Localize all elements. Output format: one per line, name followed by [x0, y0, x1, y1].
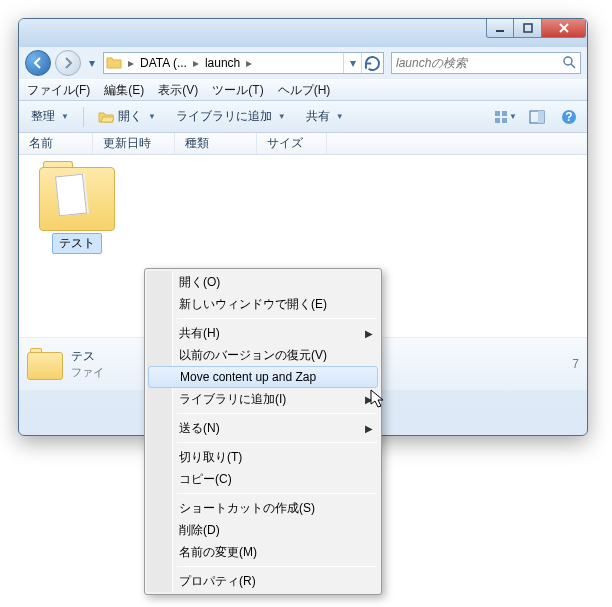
menu-help[interactable]: ヘルプ(H): [278, 82, 331, 99]
titlebar: [19, 19, 587, 47]
menu-tools[interactable]: ツール(T): [212, 82, 263, 99]
ctx-properties[interactable]: プロパティ(R): [147, 570, 379, 592]
svg-point-2: [564, 57, 572, 65]
col-type[interactable]: 種類: [175, 133, 257, 154]
svg-rect-6: [502, 118, 507, 123]
organize-button[interactable]: 整理▼: [25, 106, 75, 127]
address-bar[interactable]: ▸ DATA (... ▸ launch ▸ ▾: [103, 52, 384, 74]
svg-rect-3: [495, 111, 500, 116]
preview-pane-button[interactable]: [525, 105, 549, 129]
view-options-button[interactable]: ▼: [493, 105, 517, 129]
minimize-button[interactable]: [486, 19, 514, 38]
help-button[interactable]: ?: [557, 105, 581, 129]
svg-text:?: ?: [565, 110, 572, 124]
svg-rect-4: [502, 111, 507, 116]
chevron-right-icon: ▸: [244, 56, 254, 70]
back-button[interactable]: [25, 50, 51, 76]
menu-view[interactable]: 表示(V): [158, 82, 198, 99]
ctx-open[interactable]: 開く(O): [147, 271, 379, 293]
folder-icon: [27, 348, 63, 380]
menu-file[interactable]: ファイル(F): [27, 82, 90, 99]
ctx-shortcut[interactable]: ショートカットの作成(S): [147, 497, 379, 519]
details-title: テス: [71, 348, 104, 365]
details-date-trail: 7: [572, 357, 579, 371]
col-size[interactable]: サイズ: [257, 133, 327, 154]
ctx-copy[interactable]: コピー(C): [147, 468, 379, 490]
share-button[interactable]: 共有▼: [300, 106, 350, 127]
ctx-rename[interactable]: 名前の変更(M): [147, 541, 379, 563]
ctx-share[interactable]: 共有(H)▶: [147, 322, 379, 344]
details-subtitle: ファイ: [71, 365, 104, 380]
ctx-delete[interactable]: 削除(D): [147, 519, 379, 541]
svg-rect-8: [538, 111, 544, 123]
ctx-addlib[interactable]: ライブラリに追加(I)▶: [147, 388, 379, 410]
breadcrumb-seg-2[interactable]: launch: [201, 56, 244, 70]
search-icon: [562, 55, 576, 72]
open-button[interactable]: 開く▼: [92, 106, 162, 127]
breadcrumb-seg-1[interactable]: DATA (...: [136, 56, 191, 70]
breadcrumb-dropdown[interactable]: ▾: [343, 53, 361, 73]
svg-rect-0: [496, 30, 504, 32]
chevron-right-icon: ▶: [365, 423, 373, 434]
maximize-button[interactable]: [514, 19, 542, 38]
folder-item[interactable]: テスト: [29, 161, 125, 254]
folder-label: テスト: [52, 233, 102, 254]
nav-row: ▾ ▸ DATA (... ▸ launch ▸ ▾: [19, 47, 587, 79]
menu-edit[interactable]: 編集(E): [104, 82, 144, 99]
ctx-restore-prev[interactable]: 以前のバージョンの復元(V): [147, 344, 379, 366]
ctx-cut[interactable]: 切り取り(T): [147, 446, 379, 468]
context-menu: 開く(O) 新しいウィンドウで開く(E) 共有(H)▶ 以前のバージョンの復元(…: [144, 268, 382, 595]
folder-icon: [37, 161, 117, 233]
chevron-right-icon: ▶: [365, 328, 373, 339]
svg-rect-1: [524, 24, 532, 32]
addlib-button[interactable]: ライブラリに追加▼: [170, 106, 292, 127]
close-button[interactable]: [542, 19, 586, 38]
ctx-sendto[interactable]: 送る(N)▶: [147, 417, 379, 439]
search-input[interactable]: [396, 56, 562, 70]
ctx-move-zap[interactable]: Move content up and Zap: [148, 366, 378, 388]
ctx-new-window[interactable]: 新しいウィンドウで開く(E): [147, 293, 379, 315]
forward-button[interactable]: [55, 50, 81, 76]
nav-history-dropdown[interactable]: ▾: [85, 53, 99, 73]
cursor-icon: [370, 389, 386, 409]
toolbar: 整理▼ 開く▼ ライブラリに追加▼ 共有▼ ▼ ?: [19, 101, 587, 133]
col-name[interactable]: 名前: [19, 133, 93, 154]
chevron-right-icon: ▸: [191, 56, 201, 70]
chevron-right-icon: ▸: [126, 56, 136, 70]
svg-rect-5: [495, 118, 500, 123]
column-header: 名前 更新日時 種類 サイズ: [19, 133, 587, 155]
menu-bar: ファイル(F) 編集(E) 表示(V) ツール(T) ヘルプ(H): [19, 79, 587, 101]
search-box[interactable]: [391, 52, 581, 74]
open-folder-icon: [98, 109, 114, 125]
folder-icon: [106, 54, 124, 72]
refresh-button[interactable]: [361, 53, 383, 73]
col-date[interactable]: 更新日時: [93, 133, 175, 154]
